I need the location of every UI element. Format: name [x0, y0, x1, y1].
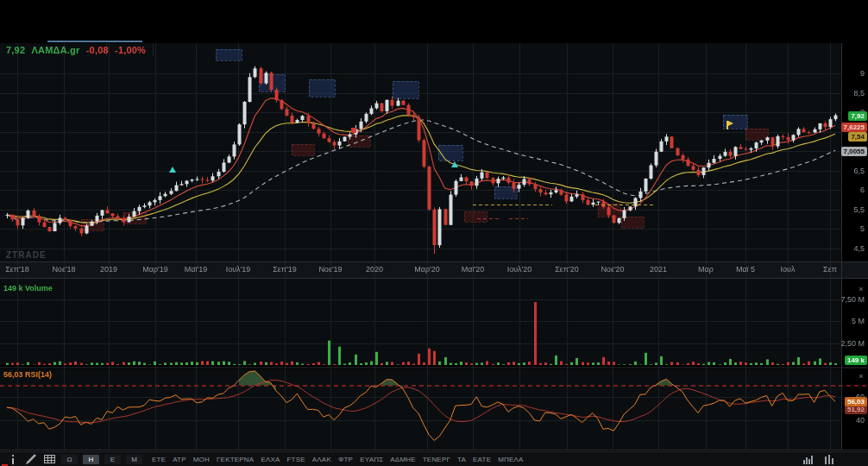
volume-axis-tick: 5 M — [852, 317, 865, 325]
x-axis-tick: Μαϊ 5 — [736, 265, 755, 274]
timeframe-button-Ω[interactable]: Ω — [61, 455, 78, 464]
x-axis-tick: Σεπ'18 — [5, 265, 29, 274]
price-axis-tick: 5,5 — [853, 205, 865, 214]
x-axis-tick: 2021 — [650, 265, 667, 274]
volume-axis-tick: 7,50 M — [840, 295, 865, 304]
grid-table-icon[interactable] — [43, 454, 55, 464]
timeframe-button-Η[interactable]: Η — [83, 455, 99, 464]
ticker-shortcut-group: ΕΤΕΑΤΡΜΟΗΓΕΚΤΕΡΝΑΕΛΧΑFTSEΑΛΑΚΦΤΡΕΥΑΠΣΑΔΜ… — [152, 456, 524, 463]
timeframe-button-Ε[interactable]: Ε — [104, 455, 121, 464]
x-axis-tick: Μαρ'19 — [142, 265, 168, 274]
last-volume-badge: 149 k — [845, 356, 867, 365]
bottom-toolbar: ΩΗΕΜ ΕΤΕΑΤΡΜΟΗΓΕΚΤΕΡΝΑΕΛΧΑFTSEΑΛΑΚΦΤΡΕΥΑ… — [0, 451, 868, 466]
ticker-shortcut-ΜΟΗ[interactable]: ΜΟΗ — [193, 456, 210, 463]
x-axis-tick: Νοε'20 — [601, 265, 624, 274]
x-axis-tick: Ιουλ'19 — [226, 265, 251, 274]
price-axis-tick: 6,5 — [853, 167, 865, 175]
price-axis-tick: 8,5 — [853, 89, 865, 98]
x-axis-tick: Μαρ — [698, 265, 714, 274]
x-axis-tick: Σεπ — [823, 265, 837, 274]
price-change-percent: -1,00% — [115, 45, 146, 55]
timeframe-button-group: ΩΗΕΜ — [61, 455, 142, 464]
x-axis-tick: Σεπ'19 — [273, 265, 297, 274]
volume-axis-tick: 2,50 M — [840, 339, 865, 348]
x-axis-tick: Ιουλ'20 — [507, 265, 532, 274]
last-price: 7,92 — [6, 45, 25, 55]
x-axis-tick: 2020 — [366, 265, 383, 274]
ma-slow-badge: 7,54 — [848, 132, 867, 142]
price-axis-tick: 9 — [860, 69, 865, 78]
symbol-quote-overlay: 7,92 ΛΑΜΔΑ.gr -0,08 -1,00% — [6, 45, 146, 55]
ticker-shortcut-ΜΠΕΛΑ[interactable]: ΜΠΕΛΑ — [498, 456, 523, 463]
ticker-shortcut-FTSE[interactable]: FTSE — [287, 456, 305, 463]
price-volume-rsi-chart-canvas[interactable] — [0, 0, 868, 451]
x-axis-tick: Νοε'19 — [318, 265, 342, 274]
ticker-shortcut-ΤΑ[interactable]: ΤΑ — [457, 456, 466, 463]
x-axis-tick: Σεπ'20 — [555, 265, 579, 274]
ma-long-badge: 7,0055 — [841, 147, 867, 156]
header-separator — [196, 43, 197, 56]
ticker-shortcut-ΓΕΚΤΕΡΝΑ[interactable]: ΓΕΚΤΕΡΝΑ — [217, 456, 254, 463]
info-icon[interactable] — [7, 454, 19, 464]
ticker-shortcut-ΕΤΕ[interactable]: ΕΤΕ — [152, 456, 166, 463]
draw-pencil-icon[interactable] — [25, 454, 37, 464]
volume-histogram-icon[interactable] — [802, 454, 815, 464]
ma-fast-badge: 7,6225 — [841, 123, 867, 132]
timeframe-button-Μ[interactable]: Μ — [126, 455, 142, 464]
volume-pane-label: 149 k Volume — [3, 284, 53, 293]
x-axis-tick: Μαϊ'20 — [462, 265, 484, 274]
toolbar-right-icons — [802, 454, 835, 464]
x-axis-tick: Μαϊ'19 — [185, 265, 207, 274]
ticker-shortcut-ΕΑΤΕ[interactable]: ΕΑΤΕ — [473, 456, 491, 463]
platform-watermark: ZTRADE — [6, 250, 47, 260]
ticker-shortcut-ΕΥΑΠΣ[interactable]: ΕΥΑΠΣ — [360, 456, 383, 463]
bar-chart-icon[interactable] — [823, 454, 835, 464]
ticker-shortcut-ΦΤΡ[interactable]: ΦΤΡ — [338, 456, 353, 463]
price-axis-tick: 6 — [860, 186, 865, 194]
ticker-shortcut-ΑΔΜΗΕ[interactable]: ΑΔΜΗΕ — [390, 456, 415, 463]
symbol-name: ΛΑΜΔΑ.gr — [31, 45, 79, 55]
ticker-shortcut-ΕΛΧΑ[interactable]: ΕΛΧΑ — [261, 456, 280, 463]
price-axis-tick: 5 — [860, 224, 865, 233]
rsi-pane-close-icon[interactable]: × — [857, 372, 865, 381]
volume-pane-close-icon[interactable]: × — [857, 285, 865, 293]
rsi-pane-label: 56,03 RSI(14) — [3, 370, 52, 379]
price-axis-tick: 4,5 — [853, 244, 865, 253]
ticker-shortcut-ΤΕΝΕΡΓ[interactable]: ΤΕΝΕΡΓ — [423, 456, 450, 463]
ticker-shortcut-ΑΛΑΚ[interactable]: ΑΛΑΚ — [312, 456, 331, 463]
x-axis-tick: Νοε'18 — [52, 265, 75, 274]
x-axis-tick: Ιουλ — [781, 265, 796, 274]
last-price-badge: 7,92 — [848, 111, 867, 121]
ticker-shortcut-ΑΤΡ[interactable]: ΑΤΡ — [173, 456, 186, 463]
header-separator — [153, 43, 154, 56]
price-change: -0,08 — [86, 45, 109, 55]
chart-window: 7,92 ΛΑΜΔΑ.gr -0,08 -1,00% ZTRADE 149 k … — [0, 0, 868, 466]
rsi-axis-tick: 40 — [856, 416, 865, 425]
x-axis-tick: 2019 — [100, 265, 117, 274]
x-axis-tick: Μαρ'20 — [414, 265, 440, 274]
rsi-value-badge: 56,03 — [845, 397, 867, 406]
active-tab-underline — [47, 41, 142, 42]
